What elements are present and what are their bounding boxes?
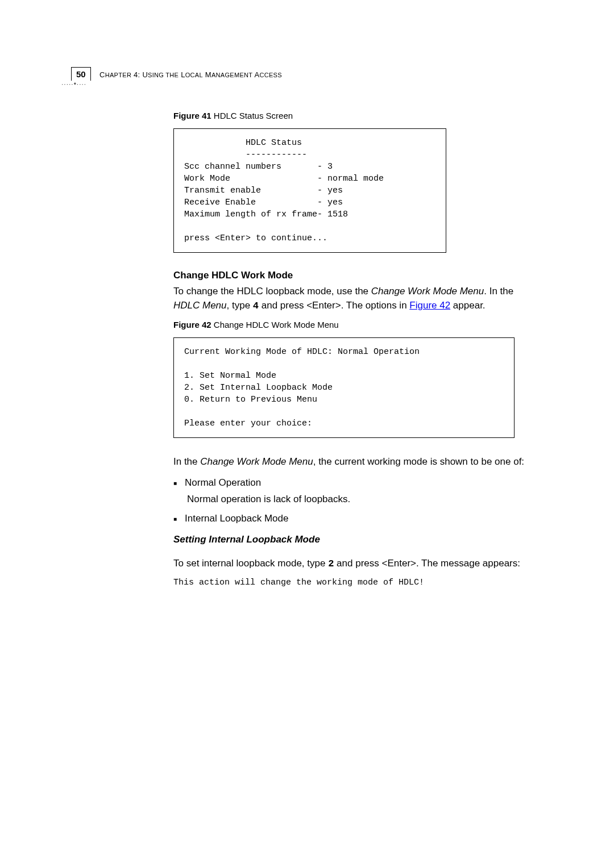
text-bold-code: 2 [328, 558, 334, 569]
working-mode-paragraph: In the Change Work Mode Menu, the curren… [173, 455, 537, 469]
figure-42-link[interactable]: Figure 42 [409, 300, 450, 311]
text-fragment: appear. [450, 300, 485, 311]
page-number: 50 [71, 67, 91, 81]
text-fragment: To set internal loopback mode, type [173, 558, 328, 569]
hdlc-status-code-block: HDLC Status ------------ Scc channel num… [173, 128, 446, 253]
bullet-list: ■ Normal Operation Normal operation is l… [173, 476, 537, 526]
hdlc-mode-change-message: This action will change the working mode… [173, 578, 537, 587]
setting-loopback-heading: Setting Internal Loopback Mode [173, 534, 537, 545]
bullet-text: Internal Loopback Mode [185, 512, 288, 526]
figure-41-label: Figure 41 [173, 111, 211, 120]
figure-41-caption: Figure 41 HDLC Status Screen [173, 111, 537, 120]
figure-42-label: Figure 42 [173, 320, 211, 329]
chapter-header-text: CHAPTER 4: USING THE LOCAL MANAGEMENT AC… [99, 70, 282, 79]
text-fragment: and press <Enter>. The options in [259, 300, 409, 311]
list-item: ■ Normal Operation [173, 476, 537, 490]
text-fragment: . In the [484, 286, 513, 297]
text-italic: Change Work Mode Menu [371, 286, 484, 297]
setting-loopback-paragraph: To set internal loopback mode, type 2 an… [173, 557, 537, 571]
decorative-dots-icon: ·····•···· [61, 80, 86, 88]
figure-41-title: HDLC Status Screen [211, 111, 293, 120]
main-content: Figure 41 HDLC Status Screen HDLC Status… [173, 111, 537, 587]
chapter-header: CHAPTER 4: USING THE LOCAL MANAGEMENT AC… [99, 70, 282, 79]
change-hdlc-heading: Change HDLC Work Mode [173, 270, 537, 281]
text-bold-code: 4 [253, 301, 259, 311]
bullet-text: Normal Operation [185, 476, 261, 490]
figure-42-title: Change HDLC Work Mode Menu [211, 320, 339, 329]
text-fragment: and press <Enter>. The message appears: [334, 558, 520, 569]
change-hdlc-code-block: Current Working Mode of HDLC: Normal Ope… [173, 337, 515, 438]
text-italic: Change Work Mode Menu [200, 456, 313, 467]
bullet-square-icon: ■ [173, 479, 177, 490]
text-fragment: , type [227, 300, 253, 311]
change-hdlc-paragraph: To change the HDLC loopback mode, use th… [173, 285, 537, 313]
text-italic: HDLC Menu [173, 300, 227, 311]
figure-42-caption: Figure 42 Change HDLC Work Mode Menu [173, 320, 537, 329]
bullet-subtext: Normal operation is lack of loopbacks. [187, 493, 537, 507]
text-fragment: , the current working mode is shown to b… [313, 456, 524, 467]
bullet-square-icon: ■ [173, 515, 177, 526]
text-fragment: To change the HDLC loopback mode, use th… [173, 286, 371, 297]
list-item: ■ Internal Loopback Mode [173, 512, 537, 526]
text-fragment: In the [173, 456, 200, 467]
